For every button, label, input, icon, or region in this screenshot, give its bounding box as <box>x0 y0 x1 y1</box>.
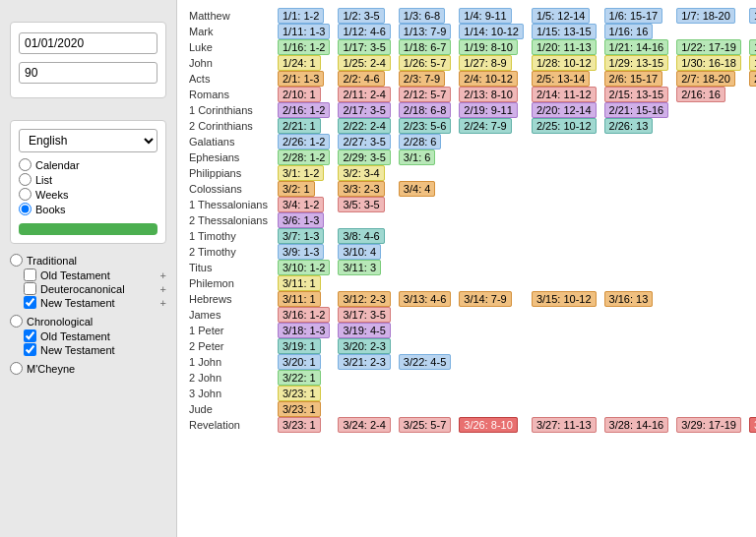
reading-range[interactable]: 1/6: 15-17 <box>604 8 663 24</box>
reading-range[interactable]: 2/13: 8-10 <box>459 87 518 102</box>
reading-range[interactable]: 1/11: 1-3 <box>278 24 330 39</box>
reading-range[interactable]: 2/11: 2-4 <box>338 87 390 102</box>
chron-old-testament-check[interactable] <box>24 329 36 342</box>
reading-range[interactable]: 1/24: 1 <box>278 55 321 71</box>
reading-cell[interactable]: 1/1: 1-2 <box>274 8 334 24</box>
reading-cell[interactable]: 3/13: 4-6 <box>395 291 455 307</box>
reading-range[interactable]: 3/30: 20-22 <box>749 417 756 433</box>
reading-range[interactable]: 2/17: 3-5 <box>338 102 390 118</box>
reading-range[interactable]: 1/1: 1-2 <box>278 8 324 24</box>
reading-range[interactable]: 3/9: 1-3 <box>278 244 324 260</box>
new-testament-trad-check[interactable] <box>24 296 36 309</box>
reading-cell[interactable]: 3/23: 1 <box>274 417 334 433</box>
reading-cell[interactable]: 3/20: 1 <box>274 354 334 370</box>
reading-range[interactable]: 2/14: 11-12 <box>532 87 597 102</box>
reading-range[interactable]: 2/24: 7-9 <box>459 118 511 134</box>
reading-cell[interactable]: 2/2: 4-6 <box>334 71 394 87</box>
reading-cell[interactable]: 1/24: 1 <box>274 55 334 71</box>
reading-range[interactable]: 1/3: 6-8 <box>399 8 445 24</box>
reading-cell[interactable]: 1/8: 21-23 <box>745 8 756 24</box>
reading-cell[interactable]: 3/7: 1-3 <box>274 228 334 244</box>
reading-cell[interactable]: 2/7: 18-20 <box>672 71 745 87</box>
reading-range[interactable]: 1/23: 20-22 <box>749 39 756 55</box>
reading-range[interactable]: 3/25: 5-7 <box>399 417 451 433</box>
reading-cell[interactable]: 1/20: 11-13 <box>528 39 600 55</box>
reading-cell[interactable]: 1/26: 5-7 <box>395 55 455 71</box>
reading-cell[interactable]: 2/19: 9-11 <box>455 102 528 118</box>
reading-cell[interactable]: 3/24: 2-4 <box>334 417 394 433</box>
reading-cell[interactable]: 3/22: 1 <box>274 370 334 386</box>
reading-cell[interactable]: 1/12: 4-6 <box>334 24 394 39</box>
reading-cell[interactable]: 3/26: 8-10 <box>455 417 528 433</box>
reading-range[interactable]: 1/18: 6-7 <box>399 39 451 55</box>
reading-cell[interactable]: 1/18: 6-7 <box>395 39 455 55</box>
reading-range[interactable]: 3/5: 3-5 <box>338 197 384 212</box>
reading-range[interactable]: 1/27: 8-9 <box>459 55 511 71</box>
view-books[interactable]: Books <box>19 203 158 215</box>
reading-cell[interactable]: 3/11: 3 <box>334 260 394 275</box>
reading-cell[interactable]: 2/14: 11-12 <box>528 87 600 102</box>
reading-cell[interactable]: 1/11: 1-3 <box>274 24 334 39</box>
reading-range[interactable]: 3/15: 10-12 <box>532 291 597 307</box>
reading-cell[interactable]: 3/10: 4 <box>334 244 394 260</box>
reading-cell[interactable]: 3/14: 7-9 <box>455 291 528 307</box>
new-testament-trad-plus[interactable]: + <box>160 297 166 309</box>
reading-cell[interactable]: 3/5: 3-5 <box>334 197 394 212</box>
reading-cell[interactable]: 3/30: 20-22 <box>745 417 756 433</box>
reading-range[interactable]: 3/12: 2-3 <box>338 291 390 307</box>
reading-range[interactable]: 1/7: 18-20 <box>676 8 735 24</box>
reading-range[interactable]: 3/22: 1 <box>278 370 321 386</box>
reading-cell[interactable]: 3/21: 2-3 <box>334 354 394 370</box>
mcheyne-label-row[interactable]: M'Cheyne <box>10 362 166 375</box>
reading-range[interactable]: 3/24: 2-4 <box>338 417 390 433</box>
reading-cell[interactable]: 2/8: 21-23 <box>745 71 756 87</box>
reading-cell[interactable]: 3/4: 4 <box>395 181 455 197</box>
reading-cell[interactable]: 1/15: 13-15 <box>528 24 600 39</box>
reading-cell[interactable]: 2/5: 13-14 <box>528 71 600 87</box>
reading-range[interactable]: 3/16: 1-2 <box>278 307 330 323</box>
reading-range[interactable]: 1/12: 4-6 <box>338 24 390 39</box>
reading-range[interactable]: 3/4: 4 <box>399 181 436 197</box>
reading-range[interactable]: 2/23: 5-6 <box>399 118 451 134</box>
reading-cell[interactable]: 3/19: 4-5 <box>334 323 394 338</box>
reading-cell[interactable]: 1/16: 16 <box>600 24 673 39</box>
reading-cell[interactable]: 1/7: 18-20 <box>672 8 745 24</box>
view-list[interactable]: List <box>19 173 158 186</box>
reading-range[interactable]: 3/10: 1-2 <box>278 260 330 275</box>
reading-cell[interactable]: 3/23: 1 <box>274 386 334 401</box>
reading-range[interactable]: 1/5: 12-14 <box>532 8 591 24</box>
weeks-radio[interactable] <box>19 188 32 201</box>
reading-range[interactable]: 1/30: 16-18 <box>676 55 741 71</box>
reading-range[interactable]: 3/6: 1-3 <box>278 212 324 228</box>
reading-range[interactable]: 3/3: 2-3 <box>338 181 384 197</box>
reading-range[interactable]: 2/1: 1-3 <box>278 71 324 87</box>
reading-cell[interactable]: 1/2: 3-5 <box>334 8 394 24</box>
reading-cell[interactable]: 3/3: 2-3 <box>334 181 394 197</box>
reading-range[interactable]: 2/10: 1 <box>278 87 321 102</box>
deuterocanonical-item[interactable]: Deuterocanonical + <box>10 282 166 295</box>
new-testament-trad-item[interactable]: New Testament + <box>10 296 166 309</box>
reading-range[interactable]: 3/22: 4-5 <box>399 354 451 370</box>
reading-range[interactable]: 1/4: 9-11 <box>459 8 511 24</box>
list-radio[interactable] <box>19 173 32 186</box>
reading-range[interactable]: 3/20: 1 <box>278 354 321 370</box>
reading-cell[interactable]: 2/6: 15-17 <box>600 71 673 87</box>
reading-range[interactable]: 3/11: 1 <box>278 275 321 291</box>
reading-range[interactable]: 2/5: 13-14 <box>532 71 591 87</box>
reading-range[interactable]: 2/4: 10-12 <box>459 71 518 87</box>
reading-cell[interactable]: 2/1: 1-3 <box>274 71 334 87</box>
mcheyne-radio[interactable] <box>10 362 23 375</box>
reading-cell[interactable]: 1/21: 14-16 <box>600 39 673 55</box>
chron-old-testament-item[interactable]: Old Testament <box>10 329 166 342</box>
traditional-radio[interactable] <box>10 254 23 267</box>
reading-cell[interactable]: 1/14: 10-12 <box>455 24 528 39</box>
reading-range[interactable]: 3/2: 1 <box>278 181 315 197</box>
reading-cell[interactable]: 3/2: 1 <box>274 181 334 197</box>
reading-cell[interactable]: 1/4: 9-11 <box>455 8 528 24</box>
reading-range[interactable]: 1/16: 1-2 <box>278 39 330 55</box>
reading-range[interactable]: 2/15: 13-15 <box>604 87 669 102</box>
reading-range[interactable]: 3/16: 13 <box>604 291 654 307</box>
reading-cell[interactable]: 2/10: 1 <box>274 87 334 102</box>
reading-cell[interactable]: 3/23: 1 <box>274 401 334 417</box>
reading-range[interactable]: 1/20: 11-13 <box>532 39 597 55</box>
